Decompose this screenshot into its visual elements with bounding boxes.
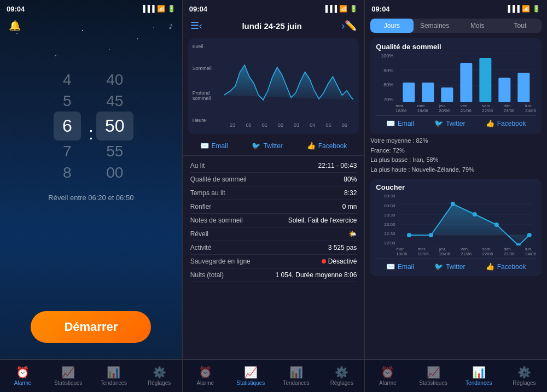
tab-tout[interactable]: Tout xyxy=(499,19,542,33)
twitter-icon-4: 🐦 xyxy=(434,262,443,271)
bottom-tabs-1: ⏰ Alarme 📈 Statistiques 📊 Tendances ⚙️ R… xyxy=(0,359,182,392)
panel-stats: 09:04 ▐▐▐ 📶 🔋 ☰ ‹ lundi 24-25 juin › ✏️ … xyxy=(182,0,365,392)
stats-tab-label-3: Statistiques xyxy=(419,380,447,386)
quality-value: 80% xyxy=(344,175,357,183)
dot-sam xyxy=(494,223,499,227)
wake-time-text: Réveil entre 06:20 et 06:50 xyxy=(0,194,182,202)
tab-settings-1[interactable]: ⚙️ Réglages xyxy=(137,360,182,392)
music-icon[interactable]: ♪ xyxy=(168,20,173,32)
data-row-ronfler: Ronfler 0 mn xyxy=(190,200,357,214)
cl-dim: dim.23/06 xyxy=(504,247,515,256)
trends-tab-icon-2: 📊 xyxy=(289,366,303,379)
ql-lun: lun.24/06 xyxy=(525,103,536,113)
trends-tab-label-3: Tendances xyxy=(465,380,492,386)
minute-selected[interactable]: 50 xyxy=(96,112,133,141)
cy-2330: 23:30 xyxy=(376,213,395,218)
bar-ven xyxy=(461,63,473,102)
data-row-aulit: Au lit 22:11 - 06:43 xyxy=(190,159,357,173)
data-row-notes: Notes de sommeil Soleil, Fait de l'exerc… xyxy=(190,214,357,227)
tab-jours[interactable]: Jours xyxy=(370,19,413,33)
cy-0030: 00:30 xyxy=(376,194,395,198)
red-dot xyxy=(322,259,326,264)
panel-trends: 09:04 ▐▐▐ 📶 🔋 Jours Semaines Mois Tout Q… xyxy=(365,0,547,392)
tab-alarm-1[interactable]: ⏰ Alarme xyxy=(0,360,45,392)
tab-stats-1[interactable]: 📈 Statistiques xyxy=(45,360,91,392)
twitter-share-2[interactable]: 🐦 Twitter xyxy=(252,142,282,150)
tab-alarm-2[interactable]: ⏰ Alarme xyxy=(183,360,228,392)
hour-01: 01 xyxy=(262,122,267,128)
menu-icon[interactable]: ☰ xyxy=(190,20,199,32)
minute-after-2: 00 xyxy=(106,162,123,183)
bar-lun xyxy=(518,73,530,102)
ql-mar: mar.18/06 xyxy=(395,103,406,113)
tab-stats-2[interactable]: 📈 Statistiques xyxy=(228,360,274,392)
tab-settings-3[interactable]: ⚙️ Réglages xyxy=(502,360,547,392)
coucher-section: Coucher 00:30 00:00 23:30 23:00 22:30 22… xyxy=(370,179,542,276)
quality-chart-wrapper: 100% 90% 80% 70% xyxy=(376,53,536,102)
settings-tab-label-1: Réglages xyxy=(148,380,171,386)
desactive-link[interactable]: Désactivé xyxy=(328,258,357,265)
twitter-share-4[interactable]: 🐦 Twitter xyxy=(434,262,465,271)
facebook-share-3[interactable]: 👍 Facebook xyxy=(486,119,526,127)
temps-value: 8:32 xyxy=(344,189,357,197)
email-icon-2: ✉️ xyxy=(200,142,209,150)
bar-sam xyxy=(480,58,492,102)
stat-moyenne: Votre moyenne : 82% xyxy=(370,136,542,146)
wifi-icon-1: 📶 xyxy=(157,5,165,13)
tab-trends-1[interactable]: 📊 Tendances xyxy=(91,360,136,392)
email-share-4[interactable]: ✉️ Email xyxy=(386,262,414,271)
tab-stats-3[interactable]: 📈 Statistiques xyxy=(411,360,456,392)
data-row-quality: Qualité de sommeil 80% xyxy=(190,173,357,186)
minute-picker-col[interactable]: 40 45 50 55 00 xyxy=(96,69,134,184)
twitter-share-3[interactable]: 🐦 Twitter xyxy=(434,119,465,127)
cy-2200: 22:00 xyxy=(376,241,395,245)
edit-icon[interactable]: ✏️ xyxy=(345,20,357,32)
dot-ven xyxy=(473,212,477,217)
period-tabs: Jours Semaines Mois Tout xyxy=(370,19,542,33)
settings-tab-label-2: Réglages xyxy=(330,380,353,386)
email-share-2[interactable]: ✉️ Email xyxy=(200,142,228,150)
facebook-share-2[interactable]: 👍 Facebook xyxy=(307,142,347,150)
tab-mois[interactable]: Mois xyxy=(456,19,499,33)
bar-dim xyxy=(499,78,511,102)
facebook-share-4[interactable]: 👍 Facebook xyxy=(486,262,526,271)
tab-alarm-3[interactable]: ⏰ Alarme xyxy=(365,360,410,392)
quality-y-labels: 100% 90% 80% 70% xyxy=(376,53,393,102)
alarm-header: 🔔 ♪ xyxy=(0,15,182,36)
dot-jeu xyxy=(451,202,455,206)
tab-semaines[interactable]: Semaines xyxy=(414,19,456,33)
time-picker[interactable]: 4 5 6 7 8 : 40 45 50 55 00 xyxy=(0,69,182,184)
nuits-value: 1 054, Durée moyenne 8:06 xyxy=(276,271,357,279)
tab-settings-2[interactable]: ⚙️ Réglages xyxy=(319,360,364,392)
tab-trends-2[interactable]: 📊 Tendances xyxy=(274,360,319,392)
twitter-icon-2: 🐦 xyxy=(252,142,260,150)
tab-trends-3[interactable]: 📊 Tendances xyxy=(456,360,502,392)
email-label-3: Email xyxy=(398,120,414,127)
time-separator: : xyxy=(86,124,96,144)
ronfler-label: Ronfler xyxy=(190,203,212,210)
status-bar-2: 09:04 ▐▐▐ 📶 🔋 xyxy=(183,0,365,15)
alarm-tab-label-1: Alarme xyxy=(14,380,32,386)
q-y-70: 70% xyxy=(376,97,393,102)
trends-tab-label-1: Tendances xyxy=(101,380,127,386)
cl-mar: mar.18/06 xyxy=(396,247,407,256)
quality-x-labels: mar.18/06 mer.19/06 jeu.20/06 ven.21/06 … xyxy=(395,103,536,113)
hour-selected[interactable]: 6 xyxy=(54,112,81,141)
facebook-label-4: Facebook xyxy=(497,263,526,271)
alarm-tab-label-2: Alarme xyxy=(196,380,214,386)
email-share-3[interactable]: ✉️ Email xyxy=(386,119,414,127)
quality-title: Qualité de sommeil xyxy=(376,43,536,51)
bell-icon[interactable]: 🔔 xyxy=(9,20,21,32)
bar-jeu xyxy=(441,87,453,102)
hour-picker-col[interactable]: 4 5 6 7 8 xyxy=(48,69,86,184)
data-row-activite: Activité 3 525 pas xyxy=(190,241,357,255)
battery-icon-1: 🔋 xyxy=(167,5,176,13)
ronfler-value: 0 mn xyxy=(342,203,357,210)
nuits-label: Nuits (total) xyxy=(190,271,224,279)
quality-svg xyxy=(395,53,536,102)
email-icon-4: ✉️ xyxy=(386,262,395,271)
data-section: Au lit 22:11 - 06:43 Qualité de sommeil … xyxy=(183,156,365,285)
stats-tab-icon-2: 📈 xyxy=(244,366,258,379)
start-button[interactable]: Démarrer xyxy=(31,311,151,343)
email-label-4: Email xyxy=(398,263,414,271)
